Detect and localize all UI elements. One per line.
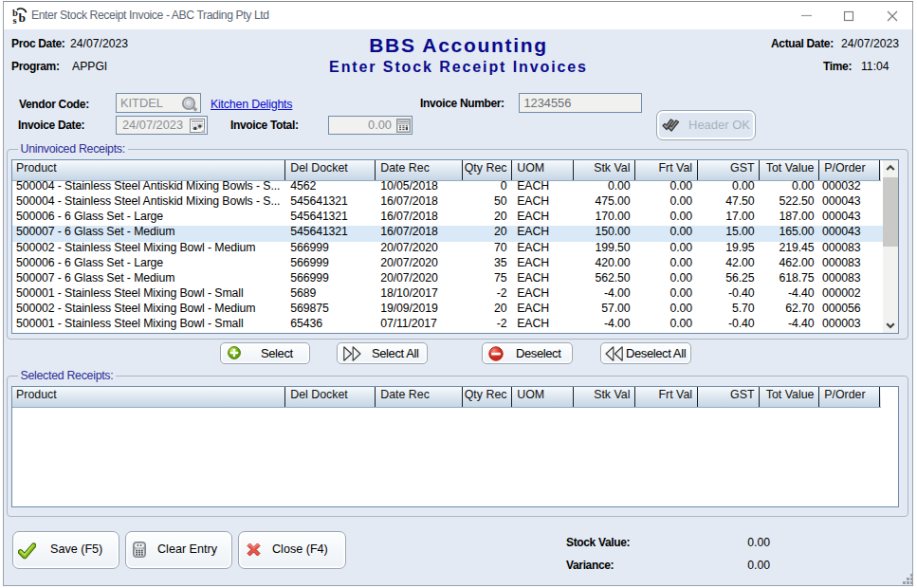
svg-text:s: s xyxy=(13,15,17,25)
svg-text:b: b xyxy=(19,10,27,25)
